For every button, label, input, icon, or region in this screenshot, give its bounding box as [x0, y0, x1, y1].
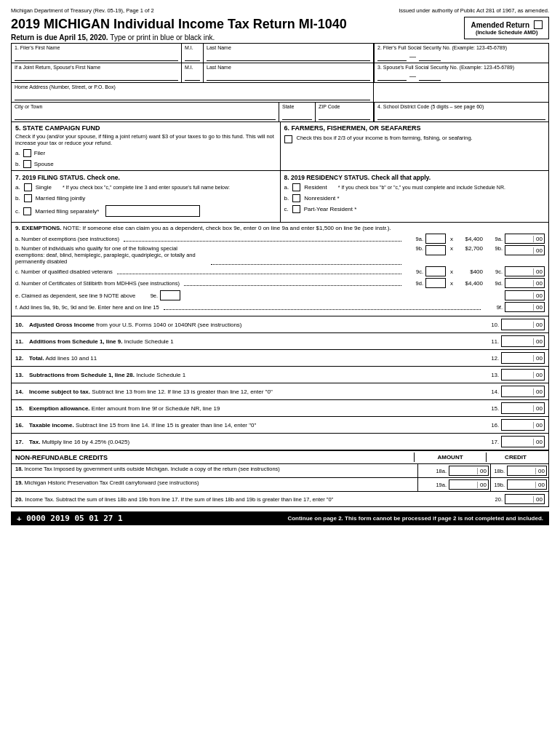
line19a-val: 00	[477, 482, 487, 488]
exemption-row-9f: f. Add lines 9a, 9b, 9c, 9d and 9e. Ente…	[15, 302, 545, 312]
line19a-field: 19a. 00	[417, 478, 490, 491]
zip-input[interactable]	[319, 111, 370, 120]
line18a-input[interactable]: 00	[449, 466, 489, 476]
line9c-input[interactable]	[425, 266, 446, 276]
filer-ssn-label: 2. Filer's Full Social Security No. (Exa…	[377, 45, 545, 50]
line19b-input[interactable]: 00	[507, 479, 547, 490]
data-line-10: 10.Adjusted Gross Income from your U.S. …	[12, 316, 548, 333]
filer-last-name-input[interactable]	[207, 52, 370, 61]
line-num: 14.	[15, 389, 27, 395]
filer-mi-input[interactable]	[185, 52, 200, 61]
footer-bar: + 0000 2019 05 01 27 1 Continue on page …	[11, 511, 549, 525]
line18b-field: 18b. 00	[490, 464, 548, 477]
line-input[interactable]: 00	[501, 386, 545, 397]
spouse-first-name-input[interactable]	[15, 72, 178, 81]
filing-single-checkbox[interactable]	[24, 183, 32, 191]
line19a-ref: 19a.	[436, 482, 447, 488]
campaign-spouse-label: Spouse	[34, 161, 54, 167]
line9b-input[interactable]	[425, 245, 446, 255]
line-ref: 13.	[483, 372, 499, 378]
home-address-input[interactable]	[15, 92, 370, 100]
campaign-spouse-checkbox[interactable]	[23, 160, 31, 168]
line9e-input[interactable]	[160, 290, 180, 300]
line19b-val: 00	[535, 482, 545, 488]
line9c-amount: $400	[457, 268, 483, 275]
line9a-result[interactable]: 00	[505, 234, 545, 244]
exemption-row-9c: c. Number of qualified disabled veterans…	[15, 266, 545, 276]
dot-leader-9c	[117, 268, 401, 274]
filing-status-header: 7. 2019 FILING STATUS. Check one.	[15, 174, 276, 181]
filing-married-jointly-checkbox[interactable]	[24, 194, 32, 202]
resident-checkbox[interactable]	[292, 183, 300, 191]
line9b-val: 00	[533, 247, 543, 254]
line-ref: 17.	[483, 439, 499, 445]
farmers-checkbox[interactable]	[284, 135, 292, 143]
amended-sub-label: (Include Schedule AMD)	[476, 29, 538, 36]
state-input[interactable]	[282, 111, 312, 120]
campaign-text: Check if you (and/or your spouse, if fil…	[15, 133, 276, 146]
line20-input[interactable]: 00	[505, 494, 545, 504]
spouse-first-name-label: If a Joint Return, Spouse's First Name	[15, 65, 178, 70]
line-input[interactable]: 00	[501, 352, 545, 364]
line9d-input[interactable]	[425, 278, 446, 288]
filing-married-separately-label: Married filing separately*	[35, 208, 99, 215]
spouse-last-name-input[interactable]	[207, 72, 370, 81]
city-label: City or Town	[15, 104, 276, 109]
filer-first-name-label: 1. Filer's First Name	[15, 45, 178, 50]
line-input[interactable]: 00	[501, 419, 545, 431]
filing-c-label: c.	[15, 208, 20, 215]
dept-label: Michigan Department of Treasury (Rev. 05…	[11, 7, 154, 14]
filing-married-separately-checkbox[interactable]	[23, 207, 31, 215]
line9f-result[interactable]: 00	[505, 302, 545, 312]
nonresident-checkbox[interactable]	[292, 194, 300, 202]
campaign-filer-checkbox[interactable]	[23, 149, 31, 157]
filer-first-name-input[interactable]	[15, 52, 178, 61]
line-num: 17.	[15, 439, 27, 445]
ssn-dash-2	[419, 52, 441, 61]
line-input[interactable]: 00	[501, 369, 545, 381]
residency-note: * If you check box "b" or "c," you must …	[338, 185, 545, 190]
campaign-b-label: b.	[15, 161, 20, 167]
line-val: 00	[533, 355, 543, 362]
line9a-input[interactable]	[425, 234, 446, 244]
data-line-13: 13.Subtractions from Schedule 1, line 28…	[12, 367, 548, 383]
line18b-input[interactable]: 00	[507, 466, 547, 476]
state-label: State	[282, 104, 312, 109]
spouse-first-name-field: If a Joint Return, Spouse's First Name	[12, 63, 182, 82]
part-year-resident-checkbox[interactable]	[292, 205, 300, 213]
line9a-val: 00	[533, 236, 543, 242]
spouse-name-write-in[interactable]	[105, 205, 200, 217]
line9b-result[interactable]: 00	[505, 245, 545, 255]
line-num: 13.	[15, 372, 27, 378]
spouse-last-name-field: Last Name	[204, 63, 374, 82]
dot-leader-9a	[124, 236, 401, 242]
line-input[interactable]: 00	[501, 335, 545, 347]
line-val: 00	[533, 322, 543, 328]
line9d-amount: $4,400	[457, 280, 483, 287]
data-line-17: 17.Tax. Multiply line 16 by 4.25% (0.042…	[12, 434, 548, 450]
exemption-row-9a: a. Number of exemptions (see instruction…	[15, 234, 545, 244]
data-line-15: 15.Exemption allowance. Enter amount fro…	[12, 400, 548, 417]
line9e-result[interactable]: 00	[505, 290, 545, 300]
line9d-result[interactable]: 00	[505, 278, 545, 288]
spouse-mi-input[interactable]	[185, 72, 200, 81]
spouse-ssn-label: 3. Spouse's Full Social Security No. (Ex…	[377, 65, 545, 70]
subtitle: Return is due April 15, 2020.	[11, 33, 108, 41]
line-input[interactable]: 00	[501, 319, 545, 330]
nrc-main-header: NON-REFUNDABLE CREDITS	[15, 454, 108, 461]
line9d-mult: x	[450, 280, 453, 287]
line-input[interactable]: 00	[501, 402, 545, 414]
amended-checkbox[interactable]	[534, 20, 543, 29]
city-input[interactable]	[15, 111, 276, 120]
zip-field: ZIP Code	[316, 103, 374, 121]
school-input[interactable]	[377, 111, 545, 120]
filing-note: * If you check box "c," complete line 3 …	[63, 185, 276, 190]
line19a-input[interactable]: 00	[449, 479, 489, 490]
line20-val: 00	[533, 496, 543, 503]
line9c-result[interactable]: 00	[505, 266, 545, 276]
nrc-amount-col-header: AMOUNT	[414, 453, 487, 462]
dot-leader-9b	[211, 259, 402, 265]
line-input[interactable]: 00	[501, 436, 545, 447]
line-ref: 10.	[483, 322, 499, 328]
line20-num: 20.	[15, 496, 23, 503]
